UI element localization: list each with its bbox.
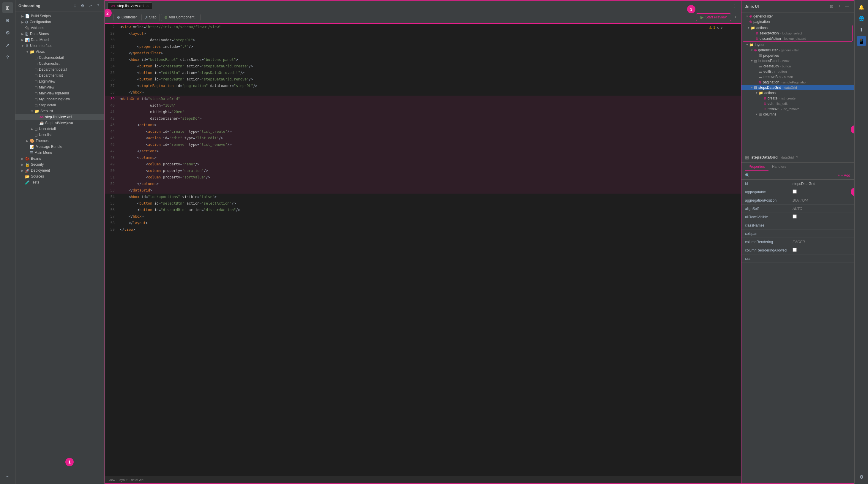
project-tree: Onboarding ⊕ ⚙ ↗ ? ▶ 📄 Build Scripts ▶ ⚙… [16, 0, 104, 484]
annotation-badge-2: 2 [104, 9, 112, 17]
comp-item-pagination-top[interactable]: ⊕ pagination [741, 19, 854, 24]
add-component-button[interactable]: ⊕ Add Component... [161, 14, 201, 21]
comp-item-select-action[interactable]: ⊕ selectAction - lookup_select [743, 31, 852, 36]
tree-item-department-list[interactable]: ◻ Department.list [16, 72, 104, 78]
comp-item-pagination-btn[interactable]: ⊕ pagination - simplePagination [741, 79, 854, 85]
tree-item-themes[interactable]: ▶ 🎨 Themes [16, 138, 104, 144]
comp-item-discard-action[interactable]: ⊕ discardAction - lookup_discard [743, 36, 852, 41]
tree-item-step-list-view-java[interactable]: ☕ StepListView.java [16, 120, 104, 126]
help-icon[interactable]: ? [796, 155, 798, 159]
panel-more-btn[interactable]: ⋮ [836, 3, 842, 10]
jmix-ui-header: Jmix UI ⊡ ⋮ — [741, 1, 854, 12]
code-line-35: 35 <button id="editBtn" action="stepsDat… [105, 69, 741, 76]
tree-item-step-detail[interactable]: ◻ Step.detail [16, 102, 104, 108]
settings-icon[interactable]: ⚙ [2, 27, 13, 38]
editor-tab-step-list-view[interactable]: </> step-list-view.xml ✕ [107, 2, 152, 9]
tree-help-btn[interactable]: ? [95, 3, 101, 9]
code-editor[interactable]: 2 <view xmlns="http://jmix.io/schema/flo… [105, 24, 741, 476]
help-icon[interactable]: ? [2, 52, 13, 63]
controller-button[interactable]: ⚙ Controller [114, 14, 140, 21]
breadcrumb-datagrid[interactable]: dataGrid [131, 478, 144, 482]
tree-item-step-list-view-xml[interactable]: </> step-list-view.xml [16, 114, 104, 120]
upload-icon[interactable]: ⬆ [857, 25, 866, 34]
tree-item-tests[interactable]: 🧪 Tests [16, 179, 104, 185]
comp-item-steps-data-grid[interactable]: ▼ ▦ stepsDataGrid - dataGrid [741, 85, 854, 90]
tree-expand-btn[interactable]: ↗ [87, 3, 94, 9]
aggregatable-checkbox[interactable] [793, 189, 797, 194]
comp-item-create-action[interactable]: ⊕ create - list_create [741, 96, 854, 101]
tree-item-my-onboarding-view[interactable]: ◻ MyOnboardingView [16, 96, 104, 102]
add-icon[interactable]: ⊕ [2, 15, 13, 26]
tree-item-step-list[interactable]: ▼ 📁 Step.list [16, 108, 104, 114]
tree-item-login-view[interactable]: ◻ LoginView [16, 78, 104, 84]
comp-item-create-btn[interactable]: ▬ createBtn - button [741, 64, 854, 69]
tree-item-department-detail[interactable]: ◻ Department.detail [16, 66, 104, 72]
notification-icon[interactable]: 🔔 [857, 2, 866, 12]
tree-item-message-bundle[interactable]: 📝 Message Bundle [16, 144, 104, 150]
tree-item-views[interactable]: ▼ 📁 Views [16, 49, 104, 55]
tab-handlers[interactable]: Handlers [769, 163, 790, 171]
tree-item-customer-list[interactable]: ◻ Customer.list [16, 61, 104, 66]
step-button[interactable]: ↗ Step [142, 14, 160, 21]
tree-item-main-view[interactable]: ◻ MainView [16, 84, 104, 90]
tree-item-user-list[interactable]: ◻ User.list [16, 132, 104, 138]
props-add-btn[interactable]: + + Add [838, 173, 850, 178]
tab-properties[interactable]: Properties [745, 163, 769, 171]
more-icon[interactable]: ··· [2, 471, 13, 482]
start-preview-button[interactable]: ▶ Start Preview [696, 13, 731, 21]
comp-item-generic-filter[interactable]: ▼ ⊕ genericFilter [741, 14, 854, 19]
props-header: ▦ stepsDataGrid dataGrid ? [741, 152, 854, 163]
comp-item-buttons-panel[interactable]: ▼ ▦ buttonsPanel - hbox [741, 58, 854, 64]
panel-close-btn[interactable]: — [844, 3, 850, 10]
tree-settings-btn[interactable]: ⚙ [79, 3, 86, 9]
editor-options-btn[interactable]: ⋮ [730, 2, 739, 9]
tree-add-btn[interactable]: ⊕ [71, 3, 78, 9]
comp-item-edit-btn[interactable]: ▬ editBtn - button [741, 69, 854, 74]
device-icon[interactable]: 📱 [857, 36, 866, 46]
tree-item-build-scripts[interactable]: ▶ 📄 Build Scripts [16, 13, 104, 19]
tree-item-user-interface[interactable]: ▼ 🖥 User Interface [16, 43, 104, 49]
tree-item-add-ons[interactable]: 🔌 Add-ons [16, 25, 104, 31]
tree-item-sources[interactable]: 📂 Sources [16, 173, 104, 179]
prop-row-aggregatable: aggregatable [741, 188, 854, 196]
comp-item-layout[interactable]: ▼ 📁 layout [741, 42, 854, 47]
tree-item-configuration[interactable]: ▶ ⚙ Configuration [16, 19, 104, 25]
tree-item-main-menu[interactable]: ☰ Main Menu [16, 150, 104, 156]
props-component-type: dataGrid [781, 156, 794, 159]
component-tree: ▼ ⊕ genericFilter ⊕ pagination ▼ 📁 actio… [741, 12, 854, 152]
comp-item-edit-action[interactable]: ⊕ edit - list_edit [741, 101, 854, 106]
tree-item-security[interactable]: ▶ 🔒 Security [16, 162, 104, 167]
code-line-49: 49 <column property="name"/> [105, 161, 741, 167]
all-rows-visible-checkbox[interactable] [793, 215, 797, 219]
comp-item-remove-btn[interactable]: ▬ removeBtn - button [741, 74, 854, 79]
tree-item-deployment[interactable]: ▶ 🚀 Deployment [16, 167, 104, 173]
comp-item-properties[interactable]: ▦ properties [741, 53, 854, 58]
project-icon[interactable]: ⊞ [2, 2, 13, 13]
tree-item-data-model[interactable]: ▶ 📊 Data Model [16, 37, 104, 43]
tree-item-data-stores[interactable]: ▶ 🗄 Data Stores [16, 31, 104, 37]
tree-item-customer-detail[interactable]: ◻ Customer.detail [16, 55, 104, 61]
breadcrumb-view[interactable]: view [109, 478, 115, 482]
comp-item-actions-top[interactable]: ▼ 📁 actions [743, 25, 852, 31]
annotation-badge-1: 1 [65, 458, 74, 466]
annotation-badge-4: 4 [851, 125, 854, 134]
comp-item-actions-grid[interactable]: ▼ 📁 actions [741, 90, 854, 96]
panel-expand-btn[interactable]: ⊡ [828, 3, 835, 10]
navigate-icon[interactable]: ↗ [2, 40, 13, 51]
tree-item-main-view-top-menu[interactable]: ◻ MainViewTopMenu [16, 90, 104, 96]
comp-item-columns[interactable]: ▼ ▦ columns [741, 111, 854, 117]
comp-item-generic-filter-layout[interactable]: ▼ ⊕ genericFilter - genericFilter [741, 47, 854, 53]
comp-item-remove-action[interactable]: ⊕ remove - list_remove [741, 106, 854, 111]
warning-indicator: ⚠1 ∧ ∨ [709, 24, 723, 31]
code-line-34: 34 <button id="createBtn" action="stepsD… [105, 63, 741, 69]
tree-item-user-detail[interactable]: ▶ ◻ User.detail [16, 126, 104, 132]
tree-item-beans[interactable]: ▶ 🫘 Beans [16, 156, 104, 162]
settings-right-icon[interactable]: ⚙ [857, 472, 866, 482]
network-icon[interactable]: 🌐 [857, 14, 866, 23]
column-reordering-checkbox[interactable] [793, 248, 797, 252]
toolbar-more-btn[interactable]: ⋮ [732, 14, 739, 21]
code-line-51: 51 <column property="sortValue"/> [105, 174, 741, 181]
props-search-input[interactable] [751, 173, 836, 178]
breadcrumb-layout[interactable]: layout [119, 478, 127, 482]
project-tree-header: Onboarding ⊕ ⚙ ↗ ? [16, 0, 104, 12]
